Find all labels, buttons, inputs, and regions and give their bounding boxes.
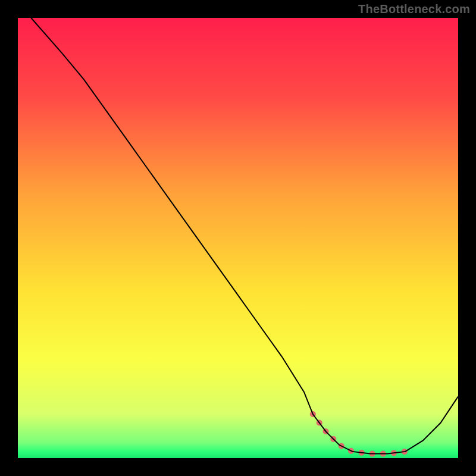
chart-stage: TheBottleneck.com xyxy=(0,0,476,476)
plot-background xyxy=(18,18,458,458)
bottleneck-plot xyxy=(0,0,476,476)
watermark-label: TheBottleneck.com xyxy=(358,2,470,16)
